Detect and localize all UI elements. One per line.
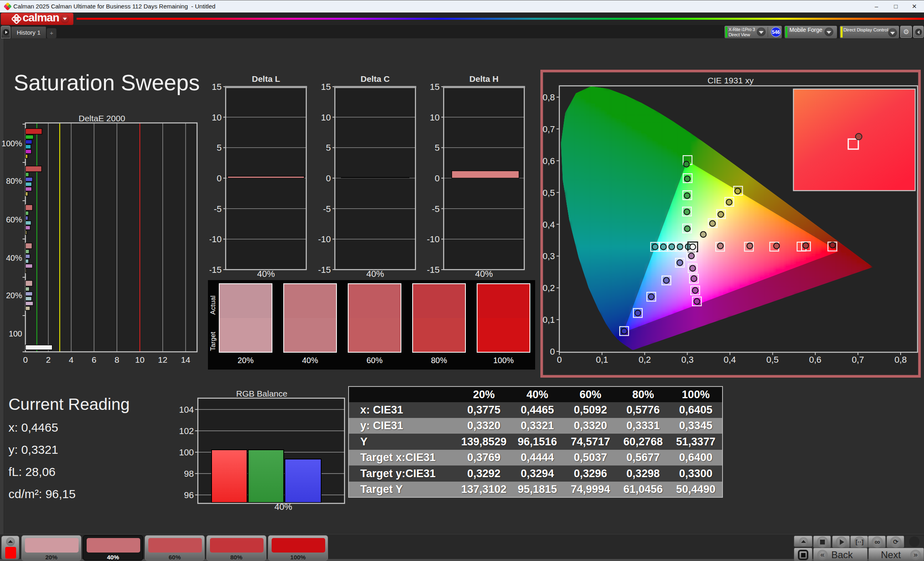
svg-text:40%: 40% xyxy=(274,502,292,512)
svg-text:40%: 40% xyxy=(257,269,275,279)
svg-text:104: 104 xyxy=(179,405,194,415)
svg-text:CIE 1931 xy: CIE 1931 xy xyxy=(708,76,754,85)
svg-text:0,2: 0,2 xyxy=(639,355,651,365)
svg-text:0: 0 xyxy=(326,173,331,183)
svg-text:14: 14 xyxy=(181,355,191,364)
svg-text:10: 10 xyxy=(430,112,440,123)
svg-text:10: 10 xyxy=(135,355,144,364)
svg-text:0,7: 0,7 xyxy=(542,124,555,134)
svg-text:-15: -15 xyxy=(210,265,222,275)
svg-text:0,6: 0,6 xyxy=(809,355,822,365)
svg-text:15: 15 xyxy=(212,82,222,92)
svg-text:0: 0 xyxy=(23,355,28,364)
svg-text:100: 100 xyxy=(179,447,194,457)
svg-text:15: 15 xyxy=(430,82,440,92)
svg-text:4: 4 xyxy=(69,355,74,364)
svg-text:0,3: 0,3 xyxy=(542,251,555,261)
svg-text:-5: -5 xyxy=(214,204,222,214)
svg-text:0,7: 0,7 xyxy=(852,355,864,365)
svg-text:6: 6 xyxy=(92,355,97,364)
svg-text:Delta H: Delta H xyxy=(469,75,498,83)
svg-text:-15: -15 xyxy=(427,265,440,275)
svg-text:0,5: 0,5 xyxy=(766,355,779,365)
svg-text:8: 8 xyxy=(114,355,119,364)
svg-text:-15: -15 xyxy=(318,265,331,275)
svg-text:20%: 20% xyxy=(6,291,22,300)
svg-text:0,2: 0,2 xyxy=(542,283,555,293)
svg-text:100%: 100% xyxy=(2,139,22,148)
svg-text:0: 0 xyxy=(550,347,555,357)
svg-text:-10: -10 xyxy=(318,234,331,244)
svg-text:5: 5 xyxy=(217,143,222,153)
svg-text:40%: 40% xyxy=(475,269,493,279)
svg-text:0: 0 xyxy=(435,173,440,183)
svg-text:Delta L: Delta L xyxy=(252,75,280,83)
svg-text:5: 5 xyxy=(435,143,440,153)
svg-text:-5: -5 xyxy=(432,204,440,214)
svg-text:100: 100 xyxy=(9,329,22,338)
svg-text:0,3: 0,3 xyxy=(681,355,694,365)
svg-text:0: 0 xyxy=(557,355,562,365)
svg-text:0,1: 0,1 xyxy=(596,355,608,365)
svg-text:0: 0 xyxy=(217,173,222,183)
svg-text:-10: -10 xyxy=(210,234,222,244)
svg-text:0,5: 0,5 xyxy=(542,188,555,198)
svg-text:96: 96 xyxy=(184,490,194,500)
svg-text:40%: 40% xyxy=(366,269,384,279)
svg-text:0,8: 0,8 xyxy=(542,92,555,102)
svg-text:-5: -5 xyxy=(323,204,331,214)
svg-text:0,8: 0,8 xyxy=(895,355,907,365)
svg-text:0,1: 0,1 xyxy=(542,315,555,325)
svg-text:12: 12 xyxy=(158,355,167,364)
svg-text:40%: 40% xyxy=(6,253,22,262)
svg-text:0,4: 0,4 xyxy=(724,355,736,365)
svg-text:98: 98 xyxy=(184,469,194,479)
svg-text:0,4: 0,4 xyxy=(542,220,555,230)
svg-text:15: 15 xyxy=(321,82,331,92)
svg-text:10: 10 xyxy=(321,112,331,123)
svg-text:10: 10 xyxy=(212,112,222,123)
svg-text:80%: 80% xyxy=(6,177,22,185)
svg-text:2: 2 xyxy=(46,355,51,364)
svg-text:5: 5 xyxy=(326,143,331,153)
svg-text:60%: 60% xyxy=(6,215,22,224)
svg-text:102: 102 xyxy=(179,426,194,436)
svg-text:Delta C: Delta C xyxy=(361,75,390,83)
svg-text:-10: -10 xyxy=(427,234,440,244)
svg-text:0,6: 0,6 xyxy=(542,156,555,166)
